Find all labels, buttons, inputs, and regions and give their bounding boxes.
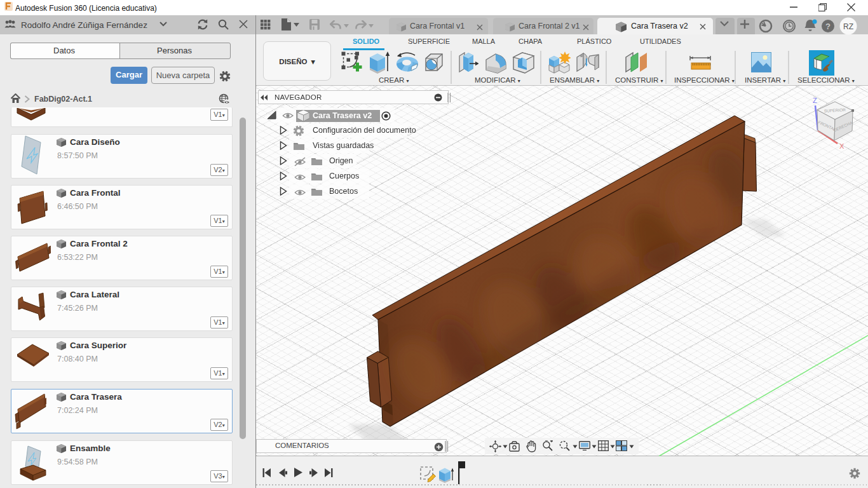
svg-text:RZ: RZ (843, 22, 853, 31)
svg-text:Z: Z (813, 97, 817, 104)
svg-text:X: X (839, 142, 844, 150)
svg-text:?: ? (825, 22, 831, 31)
